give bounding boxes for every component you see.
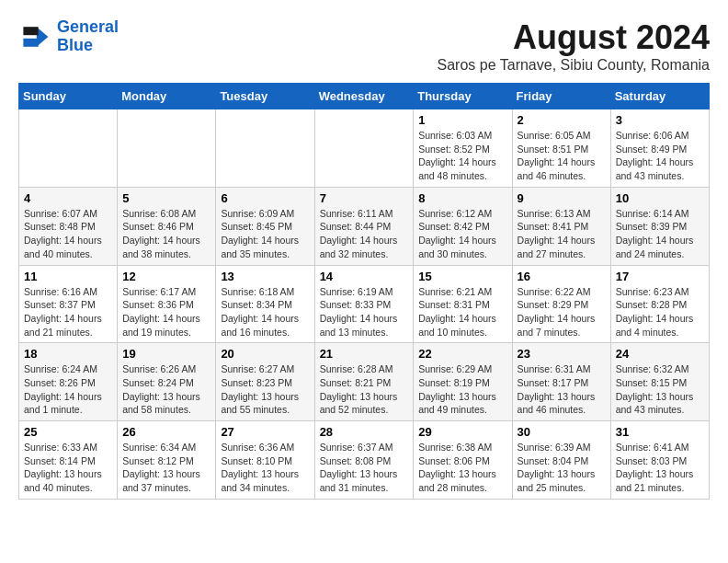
day-number: 5 xyxy=(122,191,210,205)
calendar-cell xyxy=(216,109,314,188)
day-info: Sunrise: 6:32 AM Sunset: 8:15 PM Dayligh… xyxy=(616,362,704,417)
calendar-cell: 9Sunrise: 6:13 AM Sunset: 8:41 PM Daylig… xyxy=(512,187,610,265)
svg-rect-2 xyxy=(23,27,38,35)
calendar-cell: 8Sunrise: 6:12 AM Sunset: 8:42 PM Daylig… xyxy=(414,187,512,265)
logo-text: General Blue xyxy=(57,18,119,55)
day-info: Sunrise: 6:03 AM Sunset: 8:52 PM Dayligh… xyxy=(418,129,506,183)
calendar-cell: 14Sunrise: 6:19 AM Sunset: 8:33 PM Dayli… xyxy=(314,265,414,343)
calendar-cell xyxy=(118,109,216,188)
day-info: Sunrise: 6:36 AM Sunset: 8:10 PM Dayligh… xyxy=(221,441,309,495)
day-info: Sunrise: 6:12 AM Sunset: 8:42 PM Dayligh… xyxy=(418,207,506,261)
calendar-week-5: 25Sunrise: 6:33 AM Sunset: 8:14 PM Dayli… xyxy=(19,421,710,500)
day-number: 6 xyxy=(221,191,309,205)
day-number: 17 xyxy=(616,270,704,283)
day-header-friday: Friday xyxy=(512,84,610,109)
day-number: 23 xyxy=(518,347,606,361)
calendar-cell: 27Sunrise: 6:36 AM Sunset: 8:10 PM Dayli… xyxy=(216,421,314,500)
calendar-cell: 1Sunrise: 6:03 AM Sunset: 8:52 PM Daylig… xyxy=(414,109,512,188)
location-subtitle: Saros pe Tarnave, Sibiu County, Romania xyxy=(438,57,710,74)
day-info: Sunrise: 6:39 AM Sunset: 8:04 PM Dayligh… xyxy=(518,441,606,495)
calendar-cell: 25Sunrise: 6:33 AM Sunset: 8:14 PM Dayli… xyxy=(19,421,118,500)
day-info: Sunrise: 6:29 AM Sunset: 8:19 PM Dayligh… xyxy=(418,362,506,417)
calendar-cell: 16Sunrise: 6:22 AM Sunset: 8:29 PM Dayli… xyxy=(512,265,610,343)
day-info: Sunrise: 6:21 AM Sunset: 8:31 PM Dayligh… xyxy=(418,285,506,339)
day-header-thursday: Thursday xyxy=(414,84,512,109)
day-header-tuesday: Tuesday xyxy=(216,84,314,109)
calendar-cell: 31Sunrise: 6:41 AM Sunset: 8:03 PM Dayli… xyxy=(610,421,709,500)
day-number: 13 xyxy=(221,270,309,283)
day-number: 14 xyxy=(320,270,409,283)
page-header: General Blue August 2024 Saros pe Tarnav… xyxy=(18,18,710,74)
calendar-header-row: SundayMondayTuesdayWednesdayThursdayFrid… xyxy=(19,84,710,109)
day-number: 27 xyxy=(221,425,309,439)
day-number: 20 xyxy=(221,347,309,361)
calendar-week-4: 18Sunrise: 6:24 AM Sunset: 8:26 PM Dayli… xyxy=(19,343,710,421)
calendar-table: SundayMondayTuesdayWednesdayThursdayFrid… xyxy=(18,83,710,500)
day-info: Sunrise: 6:24 AM Sunset: 8:26 PM Dayligh… xyxy=(24,362,112,417)
calendar-cell: 19Sunrise: 6:26 AM Sunset: 8:24 PM Dayli… xyxy=(118,343,216,421)
calendar-cell: 12Sunrise: 6:17 AM Sunset: 8:36 PM Dayli… xyxy=(118,265,216,343)
day-info: Sunrise: 6:11 AM Sunset: 8:44 PM Dayligh… xyxy=(320,207,409,261)
day-info: Sunrise: 6:14 AM Sunset: 8:39 PM Dayligh… xyxy=(616,207,704,261)
calendar-cell: 7Sunrise: 6:11 AM Sunset: 8:44 PM Daylig… xyxy=(314,187,414,265)
logo: General Blue xyxy=(18,18,119,55)
day-number: 30 xyxy=(518,425,606,439)
day-info: Sunrise: 6:19 AM Sunset: 8:33 PM Dayligh… xyxy=(320,285,409,339)
day-number: 2 xyxy=(518,113,606,127)
day-header-sunday: Sunday xyxy=(19,84,118,109)
logo-icon xyxy=(18,20,51,53)
day-info: Sunrise: 6:06 AM Sunset: 8:49 PM Dayligh… xyxy=(616,129,704,183)
day-info: Sunrise: 6:05 AM Sunset: 8:51 PM Dayligh… xyxy=(518,129,606,183)
day-info: Sunrise: 6:38 AM Sunset: 8:06 PM Dayligh… xyxy=(418,441,506,495)
day-number: 31 xyxy=(616,425,704,439)
calendar-cell: 11Sunrise: 6:16 AM Sunset: 8:37 PM Dayli… xyxy=(19,265,118,343)
logo-line2: Blue xyxy=(57,36,93,54)
day-info: Sunrise: 6:37 AM Sunset: 8:08 PM Dayligh… xyxy=(320,441,409,495)
calendar-week-2: 4Sunrise: 6:07 AM Sunset: 8:48 PM Daylig… xyxy=(19,187,710,265)
title-area: August 2024 Saros pe Tarnave, Sibiu Coun… xyxy=(438,18,710,74)
day-info: Sunrise: 6:23 AM Sunset: 8:28 PM Dayligh… xyxy=(616,285,704,339)
day-number: 3 xyxy=(616,113,704,127)
calendar-cell: 21Sunrise: 6:28 AM Sunset: 8:21 PM Dayli… xyxy=(314,343,414,421)
calendar-cell: 15Sunrise: 6:21 AM Sunset: 8:31 PM Dayli… xyxy=(414,265,512,343)
day-info: Sunrise: 6:13 AM Sunset: 8:41 PM Dayligh… xyxy=(518,207,606,261)
day-number: 4 xyxy=(24,191,112,205)
calendar-cell: 13Sunrise: 6:18 AM Sunset: 8:34 PM Dayli… xyxy=(216,265,314,343)
calendar-cell: 17Sunrise: 6:23 AM Sunset: 8:28 PM Dayli… xyxy=(610,265,709,343)
day-number: 8 xyxy=(418,191,506,205)
day-info: Sunrise: 6:07 AM Sunset: 8:48 PM Dayligh… xyxy=(24,207,112,261)
day-info: Sunrise: 6:08 AM Sunset: 8:46 PM Dayligh… xyxy=(122,207,210,261)
day-info: Sunrise: 6:16 AM Sunset: 8:37 PM Dayligh… xyxy=(24,285,112,339)
day-number: 11 xyxy=(24,270,112,283)
day-number: 7 xyxy=(320,191,409,205)
calendar-cell: 18Sunrise: 6:24 AM Sunset: 8:26 PM Dayli… xyxy=(19,343,118,421)
calendar-cell xyxy=(314,109,414,188)
logo-line1: General xyxy=(57,17,119,36)
calendar-cell xyxy=(19,109,118,188)
day-number: 21 xyxy=(320,347,409,361)
calendar-cell: 20Sunrise: 6:27 AM Sunset: 8:23 PM Dayli… xyxy=(216,343,314,421)
calendar-week-3: 11Sunrise: 6:16 AM Sunset: 8:37 PM Dayli… xyxy=(19,265,710,343)
day-number: 19 xyxy=(122,347,210,361)
calendar-cell: 28Sunrise: 6:37 AM Sunset: 8:08 PM Dayli… xyxy=(314,421,414,500)
calendar-cell: 6Sunrise: 6:09 AM Sunset: 8:45 PM Daylig… xyxy=(216,187,314,265)
day-info: Sunrise: 6:18 AM Sunset: 8:34 PM Dayligh… xyxy=(221,285,309,339)
day-info: Sunrise: 6:41 AM Sunset: 8:03 PM Dayligh… xyxy=(616,441,704,495)
calendar-cell: 24Sunrise: 6:32 AM Sunset: 8:15 PM Dayli… xyxy=(610,343,709,421)
svg-rect-3 xyxy=(23,39,38,47)
calendar-cell: 29Sunrise: 6:38 AM Sunset: 8:06 PM Dayli… xyxy=(414,421,512,500)
day-info: Sunrise: 6:27 AM Sunset: 8:23 PM Dayligh… xyxy=(221,362,309,417)
day-header-wednesday: Wednesday xyxy=(314,84,414,109)
calendar-cell: 5Sunrise: 6:08 AM Sunset: 8:46 PM Daylig… xyxy=(118,187,216,265)
day-number: 29 xyxy=(418,425,506,439)
month-title: August 2024 xyxy=(438,18,710,57)
day-number: 26 xyxy=(122,425,210,439)
day-info: Sunrise: 6:31 AM Sunset: 8:17 PM Dayligh… xyxy=(518,362,606,417)
calendar-week-1: 1Sunrise: 6:03 AM Sunset: 8:52 PM Daylig… xyxy=(19,109,710,188)
day-info: Sunrise: 6:26 AM Sunset: 8:24 PM Dayligh… xyxy=(122,362,210,417)
calendar-cell: 23Sunrise: 6:31 AM Sunset: 8:17 PM Dayli… xyxy=(512,343,610,421)
day-info: Sunrise: 6:34 AM Sunset: 8:12 PM Dayligh… xyxy=(122,441,210,495)
calendar-cell: 26Sunrise: 6:34 AM Sunset: 8:12 PM Dayli… xyxy=(118,421,216,500)
day-number: 12 xyxy=(122,270,210,283)
calendar-cell: 2Sunrise: 6:05 AM Sunset: 8:51 PM Daylig… xyxy=(512,109,610,188)
